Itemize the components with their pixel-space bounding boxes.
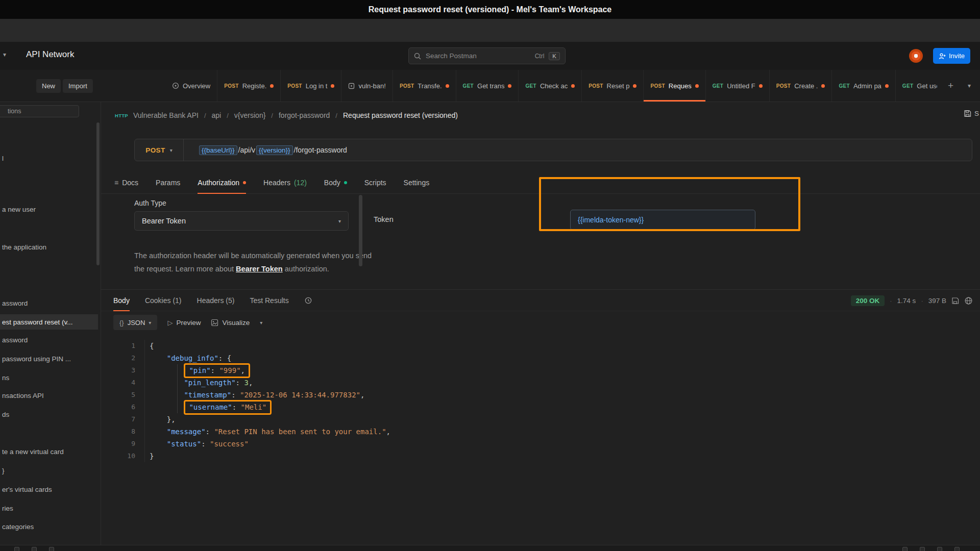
unsaved-dot bbox=[885, 84, 889, 88]
response-tab-body[interactable]: Body bbox=[113, 290, 130, 311]
breadcrumb: HTTP Vulnerable Bank API / api / v{versi… bbox=[101, 102, 980, 129]
tab-body[interactable]: Body bbox=[324, 171, 347, 193]
sidebar-item[interactable]: nsactions API bbox=[0, 388, 98, 403]
history-icon[interactable] bbox=[304, 296, 312, 305]
unsaved-dot bbox=[446, 84, 449, 88]
sidebar-item[interactable]: assword bbox=[0, 332, 98, 347]
breadcrumb-folder-version[interactable]: v{version} bbox=[234, 111, 265, 119]
tab-vuln-bank[interactable]: vuln-ban! bbox=[341, 70, 393, 102]
invite-button[interactable]: Invite bbox=[933, 48, 970, 64]
tab-params[interactable]: Params bbox=[156, 171, 180, 193]
chevron-down-icon[interactable]: ▾ bbox=[260, 320, 262, 325]
statusbar-icon[interactable] bbox=[902, 547, 908, 551]
token-input[interactable]: {{imelda-token-new}} bbox=[570, 210, 755, 230]
preview-button[interactable]: ▷ Preview bbox=[167, 319, 201, 327]
annotation-box-username: "username": "Meli" bbox=[184, 400, 272, 415]
unsaved-dot bbox=[821, 84, 825, 88]
token-label: Token bbox=[374, 215, 394, 223]
collection-icon bbox=[348, 83, 355, 89]
body-format-select[interactable]: {} JSON ▾ bbox=[113, 315, 157, 330]
avatar[interactable] bbox=[909, 49, 923, 63]
auth-scrollbar[interactable] bbox=[359, 195, 362, 266]
import-button[interactable]: Import bbox=[63, 79, 93, 93]
statusbar-icon[interactable] bbox=[49, 547, 54, 551]
sidebar-item[interactable]: categories bbox=[0, 519, 98, 534]
save-response-icon[interactable] bbox=[951, 297, 959, 305]
authorization-panel: Auth Type Bearer Token ▾ The authorizati… bbox=[101, 194, 980, 289]
tab-admin[interactable]: GET Admin pa bbox=[832, 70, 895, 102]
breadcrumb-folder-forgot-password[interactable]: forgot-password bbox=[279, 111, 330, 119]
response-tab-test-results[interactable]: Test Results bbox=[250, 290, 288, 311]
sidebar-item[interactable]: password using PIN ... bbox=[0, 351, 98, 366]
sidebar-item[interactable]: ds bbox=[0, 407, 98, 422]
sidebar-item[interactable]: } bbox=[0, 463, 98, 478]
sidebar-item[interactable]: er's virtual cards bbox=[0, 482, 98, 497]
search-input[interactable]: Search Postman Ctrl K bbox=[408, 47, 566, 64]
tab-get-user[interactable]: GET Get user' bbox=[896, 70, 937, 102]
method-select[interactable]: POST ▾ bbox=[135, 139, 184, 161]
statusbar-icon[interactable] bbox=[32, 547, 37, 551]
tab-transfer[interactable]: POST Transfe. bbox=[393, 70, 456, 102]
menu-strip bbox=[0, 19, 980, 42]
tab-reset-password[interactable]: POST Reset p bbox=[582, 70, 644, 102]
sidebar-filter-input[interactable]: tions bbox=[0, 105, 79, 117]
modified-dot bbox=[344, 181, 347, 184]
response-body-code[interactable]: 1 { 2 "debug_info": { 3 "pin": "999", 4 … bbox=[101, 334, 980, 545]
statusbar-icon[interactable] bbox=[954, 547, 960, 551]
response-size: 397 B bbox=[928, 297, 946, 305]
headers-count: (12) bbox=[294, 179, 307, 187]
statusbar-icon[interactable] bbox=[937, 547, 942, 551]
chevron-down-icon[interactable]: ▾ bbox=[3, 51, 6, 58]
tab-overflow-chevron[interactable]: ▾ bbox=[968, 82, 971, 89]
new-button[interactable]: New bbox=[36, 79, 61, 93]
chevron-down-icon: ▾ bbox=[338, 218, 341, 224]
add-tab-button[interactable]: + bbox=[948, 80, 953, 91]
statusbar-icon[interactable] bbox=[14, 547, 19, 551]
sidebar-item-selected[interactable]: est password reset (v... bbox=[0, 314, 98, 330]
tab-overview[interactable]: Overview bbox=[165, 70, 217, 102]
response-tab-cookies[interactable]: Cookies (1) bbox=[145, 290, 182, 311]
sidebar-item[interactable]: the application bbox=[0, 239, 98, 255]
globe-icon[interactable] bbox=[964, 296, 973, 305]
bearer-token-link[interactable]: Bearer Token bbox=[236, 265, 283, 273]
visualize-icon bbox=[211, 319, 218, 327]
visualize-button[interactable]: Visualize bbox=[211, 319, 250, 327]
search-icon bbox=[414, 53, 421, 60]
tab-get-transactions[interactable]: GET Get trans bbox=[456, 70, 519, 102]
tab-authorization[interactable]: Authorization bbox=[198, 171, 246, 193]
unsaved-dot bbox=[270, 84, 274, 88]
unsaved-dot bbox=[331, 84, 334, 88]
response-tab-headers[interactable]: Headers (5) bbox=[197, 290, 235, 311]
sidebar-item[interactable]: ries bbox=[0, 500, 98, 516]
code-line: 8 "message": "Reset PIN has been sent to… bbox=[101, 425, 980, 438]
unsaved-dot bbox=[508, 84, 511, 88]
workspace-nav-label[interactable]: API Network bbox=[26, 49, 74, 60]
url-input[interactable]: {{baseUrl}} /api/v {{version}} /forgot-p… bbox=[184, 145, 347, 155]
tab-settings[interactable]: Settings bbox=[404, 171, 430, 193]
main-pane: HTTP Vulnerable Bank API / api / v{versi… bbox=[101, 102, 980, 545]
code-line-username: 6 "username": "Meli" bbox=[101, 401, 980, 413]
save-button[interactable]: S bbox=[964, 110, 979, 117]
tab-register[interactable]: POST Registe. bbox=[217, 70, 281, 102]
breadcrumb-collection[interactable]: Vulnerable Bank API bbox=[133, 111, 199, 119]
tab-request-reset-active[interactable]: POST Reques bbox=[644, 70, 705, 102]
status-bar bbox=[0, 545, 980, 551]
tab-headers[interactable]: Headers (12) bbox=[263, 171, 307, 193]
tab-untitled[interactable]: GET Untitled F bbox=[706, 70, 770, 102]
statusbar-icon[interactable] bbox=[920, 547, 925, 551]
sidebar-item[interactable]: l bbox=[0, 151, 98, 166]
tab-scripts[interactable]: Scripts bbox=[364, 171, 386, 193]
sidebar-item[interactable]: ns bbox=[0, 370, 98, 385]
tab-create[interactable]: POST Create . bbox=[770, 70, 832, 102]
sidebar-item[interactable]: assword bbox=[0, 295, 98, 311]
tab-docs[interactable]: ≡ Docs bbox=[114, 171, 138, 193]
breadcrumb-folder-api[interactable]: api bbox=[212, 111, 222, 119]
sidebar: tions l a new user the application asswo… bbox=[0, 102, 101, 545]
sidebar-item[interactable]: te a new virtual card bbox=[0, 444, 98, 459]
tab-login[interactable]: POST Log in t bbox=[281, 70, 341, 102]
tab-check-account[interactable]: GET Check ac bbox=[519, 70, 582, 102]
auth-type-select[interactable]: Bearer Token ▾ bbox=[134, 211, 349, 231]
sidebar-scrollbar[interactable] bbox=[96, 122, 100, 265]
sidebar-item[interactable]: a new user bbox=[0, 202, 98, 217]
request-section-tabs: ≡ Docs Params Authorization Headers (12)… bbox=[101, 171, 980, 194]
